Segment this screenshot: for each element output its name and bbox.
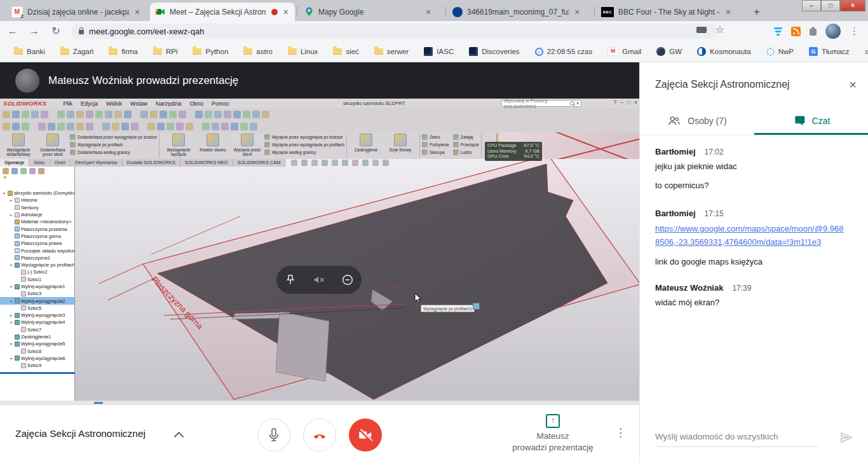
tab-meet[interactable]: Meet – Zajęcia Sekcji Astron × bbox=[150, 3, 295, 21]
section-view-icon[interactable] bbox=[322, 160, 328, 166]
tab-chat[interactable]: Czat bbox=[754, 107, 868, 135]
toolbar-icon[interactable] bbox=[22, 123, 29, 130]
toolbar-icon[interactable] bbox=[231, 123, 238, 130]
puzzle-extension-icon[interactable] bbox=[810, 29, 817, 36]
ribbon-item[interactable]: Dodanie/baza przez wyciągnięcie po ścież… bbox=[70, 134, 157, 140]
tree-item[interactable]: ▸Historia bbox=[0, 197, 74, 204]
menu-widok[interactable]: Widok bbox=[106, 100, 122, 107]
ribbon-item[interactable]: Żebro bbox=[422, 134, 449, 140]
toolbar-icon[interactable] bbox=[41, 111, 48, 118]
expand-icon[interactable]: ▾ bbox=[9, 284, 13, 289]
reload-icon[interactable]: ↻ bbox=[48, 24, 64, 39]
sw-help-icon[interactable]: ? bbox=[613, 99, 616, 106]
toolbar-icon[interactable] bbox=[67, 111, 74, 118]
toolbar-icon[interactable] bbox=[3, 111, 10, 118]
solidworks-search-box[interactable]: Wyszukaj w Pomocy SOLIDWORKS ▾ bbox=[501, 100, 581, 107]
ribbon-item[interactable]: Wycięcie przez wyciągnięcie po ścieżce bbox=[264, 134, 344, 140]
toolbar-icon[interactable] bbox=[57, 123, 65, 130]
toolbar-icon[interactable] bbox=[67, 123, 74, 130]
expand-icon[interactable]: ▾ bbox=[9, 356, 13, 361]
toolbar-icon[interactable] bbox=[12, 111, 20, 118]
ribbon-button[interactable]: Zaokrąglenie bbox=[349, 132, 383, 159]
chat-message-input[interactable] bbox=[655, 429, 818, 447]
tab-nasa-image[interactable]: 346619main_moonimg_07_full.j × bbox=[447, 3, 592, 21]
tab-operacje[interactable]: Operacje bbox=[0, 159, 29, 167]
toolbar-icon[interactable] bbox=[140, 111, 148, 118]
tree-tab-icons[interactable] bbox=[0, 167, 74, 175]
toolbar-icon[interactable] bbox=[147, 123, 155, 130]
tab-maps[interactable]: Mapy Google × bbox=[299, 3, 444, 21]
browser-menu-icon[interactable]: ⋮ bbox=[850, 25, 859, 37]
profile-avatar[interactable] bbox=[825, 24, 841, 39]
toolbar-icon[interactable] bbox=[176, 123, 184, 130]
bookmark-czas[interactable]: ✓22:08:55 czas bbox=[535, 48, 593, 56]
tree-item[interactable]: Początek układu współrzędnych bbox=[0, 247, 74, 254]
heads-up-view-toolbar[interactable] bbox=[291, 160, 389, 166]
tab-dodatki[interactable]: Dodatki SOLIDWORKS bbox=[123, 159, 180, 167]
pin-icon[interactable] bbox=[283, 273, 297, 287]
toolbar-icon[interactable] bbox=[105, 111, 112, 118]
tab-close-icon[interactable]: × bbox=[133, 8, 141, 17]
tab-szkic[interactable]: Szkic bbox=[29, 159, 50, 167]
tree-item[interactable]: Materiał <nieokreślony> bbox=[0, 218, 74, 225]
toolbar-icon[interactable] bbox=[112, 123, 119, 130]
bookmark-gw[interactable]: GW bbox=[656, 47, 682, 56]
bookmark-folder[interactable]: sieć bbox=[333, 48, 358, 55]
tree-item[interactable]: ▾Wyciągnięcie po profilach1 bbox=[0, 261, 74, 268]
tree-item[interactable]: ▾skrzydlo samolotu (Domyślna< bbox=[0, 190, 74, 197]
toolbar-icon[interactable] bbox=[114, 111, 122, 118]
camera-in-use-icon[interactable] bbox=[696, 27, 707, 33]
toolbar-icon[interactable] bbox=[102, 123, 110, 130]
toolbar-icon[interactable] bbox=[12, 123, 20, 130]
ribbon-item[interactable]: Dodanie/baza według granicy bbox=[70, 149, 157, 155]
toolbar-icon[interactable] bbox=[240, 123, 248, 130]
expand-icon[interactable]: ▾ bbox=[9, 263, 13, 267]
toolbar-icon[interactable] bbox=[252, 111, 260, 118]
zoom-fit-icon[interactable] bbox=[291, 160, 297, 166]
toolbar-icon[interactable] bbox=[224, 111, 231, 118]
expand-icon[interactable]: ▾ bbox=[9, 299, 13, 303]
bookmark-folder[interactable]: Banki bbox=[14, 48, 45, 55]
toolbar-icon[interactable] bbox=[86, 111, 93, 118]
tab-gmail[interactable]: M2 Dzisiaj zajęcia online - jacekpatk × bbox=[6, 3, 147, 21]
tree-item[interactable]: Płaszczyzna górna bbox=[0, 233, 74, 240]
forward-icon[interactable]: → bbox=[27, 24, 42, 39]
ribbon-button[interactable]: Szyk liniowy bbox=[383, 132, 417, 159]
menu-plik[interactable]: Plik bbox=[63, 100, 72, 107]
more-options-icon[interactable]: ⋮ bbox=[615, 426, 626, 439]
tree-item[interactable]: Sensory bbox=[0, 204, 74, 211]
expand-icon[interactable]: ▾ bbox=[2, 191, 6, 195]
expand-icon[interactable]: ▾ bbox=[9, 320, 13, 324]
bookmark-folder[interactable]: Linux bbox=[288, 48, 318, 55]
ribbon-item[interactable]: Wycięcie według granicy bbox=[264, 149, 344, 155]
remove-from-view-icon[interactable] bbox=[341, 273, 355, 287]
toolbar-icon[interactable] bbox=[205, 111, 212, 118]
expand-icon[interactable]: ▸ bbox=[9, 212, 13, 217]
display-style-icon[interactable] bbox=[342, 160, 348, 166]
tab-close-icon[interactable]: × bbox=[424, 8, 432, 17]
bookmark-nwp[interactable]: NwP bbox=[766, 48, 794, 56]
menu-okno[interactable]: Okno bbox=[190, 100, 204, 107]
tree-item[interactable]: Zaokrąglenie1 bbox=[0, 333, 74, 340]
tab-close-icon[interactable]: × bbox=[724, 8, 732, 17]
toolbar-icon[interactable] bbox=[166, 123, 174, 130]
ribbon-item[interactable]: Wycięcie przez wyciągnięcie po profilach bbox=[264, 142, 344, 148]
toolbar-icon[interactable] bbox=[195, 111, 203, 118]
tree-item[interactable]: (-) Szkic2 bbox=[0, 268, 74, 275]
toolbar-icon[interactable] bbox=[179, 111, 186, 118]
toolbar-icon[interactable] bbox=[250, 123, 257, 130]
toolbar-icon[interactable] bbox=[214, 111, 222, 118]
tree-item[interactable]: Szkic9 bbox=[0, 362, 74, 369]
tab-people[interactable]: Osoby (7) bbox=[640, 107, 754, 135]
tab-cam[interactable]: SOLIDWORKS CAM bbox=[233, 159, 286, 167]
tab-med[interactable]: SOLIDWORKS MED bbox=[180, 159, 233, 167]
message-link[interactable]: https://www.google.com/maps/space/moon/@… bbox=[655, 222, 858, 249]
rss-extension-icon[interactable] bbox=[791, 27, 801, 36]
toolbar-icon[interactable] bbox=[38, 123, 46, 130]
tree-item[interactable]: ▾Wytnij-wyciągnięcie6 bbox=[0, 355, 74, 362]
window-maximize-button[interactable]: □ bbox=[821, 0, 840, 11]
toolbar-icon[interactable] bbox=[150, 111, 158, 118]
tab-dimxpert[interactable]: DimXpert Wymiarów bbox=[71, 159, 122, 167]
chevron-up-icon[interactable] bbox=[174, 432, 184, 442]
toolbar-icon[interactable] bbox=[202, 123, 210, 130]
